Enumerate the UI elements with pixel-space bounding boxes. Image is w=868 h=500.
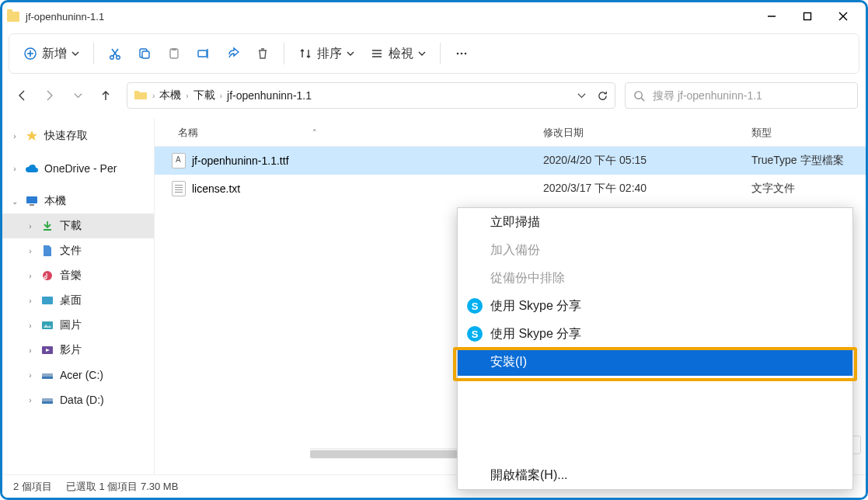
desktop-icon — [40, 294, 54, 307]
cut-button[interactable] — [102, 40, 128, 68]
chevron-down-icon[interactable] — [577, 92, 586, 100]
file-name: jf-openhuninn-1.1.ttf — [192, 155, 289, 167]
file-type: 文字文件 — [751, 182, 866, 196]
monitor-icon — [25, 195, 39, 207]
close-button[interactable] — [825, 4, 861, 29]
sort-label: 排序 — [317, 46, 342, 62]
toolbar: 新增 排序 檢視 — [9, 33, 859, 74]
column-type[interactable]: 類型 — [751, 126, 866, 140]
paste-icon — [167, 47, 181, 61]
address-bar[interactable]: › 本機 › 下載 › jf-openhuninn-1.1 — [127, 82, 615, 109]
download-icon — [40, 220, 54, 232]
rename-icon — [197, 47, 211, 61]
minimize-button[interactable] — [754, 4, 790, 29]
column-name[interactable]: 名稱⌃ — [155, 126, 543, 140]
sidebar-item-pictures[interactable]: ›圖片 — [2, 313, 154, 338]
ctx-scan[interactable]: 立即掃描 — [458, 208, 852, 236]
sidebar-item-quick-access[interactable]: ›快速存取 — [2, 123, 154, 148]
video-icon — [40, 344, 54, 356]
svg-point-21 — [461, 53, 463, 55]
svg-rect-29 — [42, 321, 53, 329]
chevron-right-icon: › — [152, 92, 155, 100]
new-button[interactable]: 新增 — [17, 40, 85, 68]
chevron-right-icon: › — [220, 92, 222, 100]
drive-icon — [40, 369, 54, 381]
sidebar-item-music[interactable]: ›音樂 — [2, 263, 154, 288]
trash-icon — [256, 47, 270, 61]
sidebar-item-onedrive[interactable]: ›OneDrive - Per — [2, 156, 154, 181]
view-icon — [370, 47, 384, 61]
maximize-button[interactable] — [790, 4, 825, 29]
svg-rect-12 — [142, 51, 149, 58]
folder-icon — [7, 12, 19, 22]
recent-button[interactable] — [71, 89, 85, 102]
crumb-thispc[interactable]: 本機 — [159, 89, 181, 102]
svg-point-22 — [465, 53, 467, 55]
file-icon — [172, 153, 186, 168]
install-highlight-border — [453, 347, 857, 381]
window-controls — [754, 4, 861, 29]
sidebar-item-acer-drive[interactable]: ›Acer (C:) — [2, 363, 154, 387]
nav-arrows — [10, 89, 117, 102]
svg-rect-32 — [42, 377, 53, 379]
svg-point-8 — [117, 56, 120, 60]
scissors-icon — [108, 47, 122, 61]
address-row: › 本機 › 下載 › jf-openhuninn-1.1 — [10, 78, 858, 113]
svg-rect-28 — [42, 297, 53, 304]
crumb-downloads[interactable]: 下載 — [193, 89, 215, 102]
rename-button[interactable] — [190, 40, 217, 68]
crumb-folder[interactable]: jf-openhuninn-1.1 — [227, 89, 312, 102]
refresh-icon[interactable] — [597, 90, 608, 102]
sidebar-item-desktop[interactable]: ›桌面 — [2, 288, 154, 313]
plus-icon — [23, 47, 37, 61]
svg-rect-34 — [42, 401, 53, 404]
folder-icon — [134, 89, 148, 102]
view-button[interactable]: 檢視 — [364, 40, 432, 68]
sidebar-item-data-drive[interactable]: ›Data (D:) — [2, 387, 154, 412]
ctx-skype-share-1[interactable]: S使用 Skype 分享 — [458, 292, 852, 320]
more-button[interactable] — [448, 40, 475, 68]
ctx-backup[interactable]: 加入備份 — [458, 236, 852, 264]
sort-icon — [298, 47, 312, 61]
svg-point-20 — [457, 53, 459, 55]
search-input[interactable] — [653, 89, 849, 102]
delete-button[interactable] — [249, 40, 276, 68]
sidebar-item-documents[interactable]: ›文件 — [2, 238, 154, 263]
up-button[interactable] — [99, 89, 113, 102]
chevron-right-icon: › — [186, 92, 188, 100]
column-headers: 名稱⌃ 修改日期 類型 — [155, 119, 866, 147]
back-button[interactable] — [15, 89, 29, 102]
sidebar-item-downloads[interactable]: ›下載 — [2, 214, 154, 238]
svg-point-7 — [110, 56, 114, 60]
cloud-icon — [25, 162, 39, 175]
svg-rect-1 — [804, 13, 811, 20]
file-row[interactable]: license.txt2020/3/17 下午 02:40文字文件 — [155, 175, 866, 203]
skype-icon: S — [467, 326, 483, 342]
svg-rect-25 — [26, 196, 37, 203]
copy-button[interactable] — [131, 40, 158, 68]
sidebar-item-videos[interactable]: ›影片 — [2, 338, 154, 363]
svg-rect-26 — [30, 204, 34, 206]
paste-button[interactable] — [161, 40, 187, 68]
ctx-skype-share-2[interactable]: S使用 Skype 分享 — [458, 320, 852, 348]
svg-point-27 — [43, 271, 52, 280]
sidebar-item-thispc[interactable]: ⌄本機 — [2, 189, 154, 214]
ctx-exclude-backup[interactable]: 從備份中排除 — [458, 264, 852, 292]
file-date: 2020/3/17 下午 02:40 — [543, 182, 751, 196]
window-title: jf-openhuninn-1.1 — [26, 11, 104, 23]
file-row[interactable]: jf-openhuninn-1.1.ttf2020/4/20 下午 05:15T… — [155, 147, 866, 175]
navigation-pane: ›快速存取 ›OneDrive - Per ⌄本機 ›下載 ›文件 ›音樂 ›桌… — [2, 119, 155, 490]
star-icon — [25, 130, 39, 142]
svg-rect-15 — [198, 50, 207, 57]
search-box[interactable] — [625, 82, 858, 109]
column-date[interactable]: 修改日期 — [543, 126, 751, 140]
sort-button[interactable]: 排序 — [292, 40, 361, 68]
svg-point-23 — [635, 91, 642, 98]
forward-button[interactable] — [43, 89, 57, 102]
share-button[interactable] — [220, 40, 246, 68]
ctx-open-with[interactable]: 開啟檔案(H)... — [458, 461, 852, 489]
file-type: TrueType 字型檔案 — [751, 154, 866, 168]
view-label: 檢視 — [389, 46, 413, 62]
copy-icon — [138, 47, 152, 61]
chevron-down-icon — [71, 50, 79, 57]
